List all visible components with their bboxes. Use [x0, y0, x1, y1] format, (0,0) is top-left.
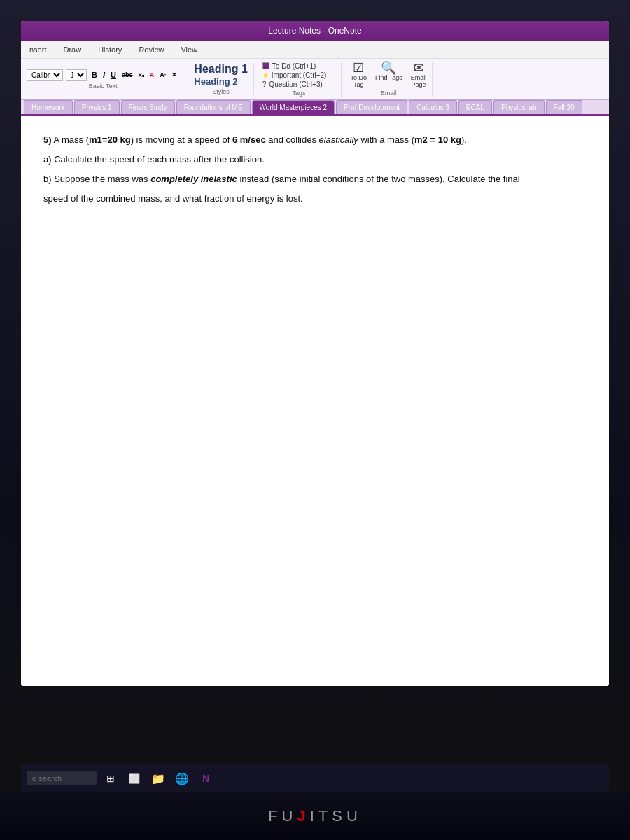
- tab-prof-development[interactable]: Prof Development: [336, 100, 407, 114]
- highlight-button[interactable]: A·: [158, 71, 168, 79]
- menu-review[interactable]: Review: [136, 44, 167, 55]
- file-explorer-icon[interactable]: 📁: [148, 769, 168, 788]
- basic-text-group: Calibri 11 B I U abc X₂ A A· ✕ Basic Tex…: [27, 69, 186, 90]
- tag-text: Tag: [354, 81, 364, 88]
- heading1-style[interactable]: Heading 1: [194, 63, 247, 76]
- styles-box: Heading 1 Heading 2: [194, 63, 247, 87]
- title-text: Lecture Notes - OneNote: [268, 26, 361, 36]
- inelastic-bold: completely inelastic: [150, 174, 237, 184]
- format-buttons: B I U abc X₂ A A· ✕: [90, 70, 179, 80]
- problem-text: 5) A mass (m1=20 kg) is moving at a spee…: [43, 132, 587, 206]
- clear-format-button[interactable]: ✕: [169, 71, 179, 79]
- basic-text-top: Calibri 11 B I U abc X₂ A A· ✕: [27, 69, 179, 81]
- onenote-taskbar-icon[interactable]: N: [196, 769, 216, 788]
- email-label[interactable]: Email: [411, 74, 427, 81]
- problem-line3: b) Suppose the mass was completely inela…: [43, 172, 587, 187]
- inelastic-word: completely inelastic: [150, 174, 237, 184]
- tab-physics1[interactable]: Physics 1: [74, 100, 120, 114]
- windows-icon[interactable]: ⊞: [101, 769, 120, 788]
- important-tag[interactable]: ★ Important (Ctrl+2): [262, 71, 327, 79]
- tags-group: ✓ To Do (Ctrl+1) ★ Important (Ctrl+2) ? …: [262, 62, 342, 97]
- menu-view[interactable]: View: [178, 44, 200, 55]
- brand-area: FUJITSU: [0, 792, 630, 840]
- taskbar: ⊞ ⬜ 📁 🌐 N: [21, 764, 609, 792]
- problem-line2: a) Calculate the speed of each mass afte…: [43, 152, 587, 167]
- m1-label: m1=20 kg: [89, 134, 131, 145]
- m2-label: m2 = 10 kg: [414, 134, 461, 145]
- question-icon: ?: [262, 80, 267, 88]
- strikethrough-button[interactable]: abc: [120, 71, 135, 79]
- todo-tag[interactable]: ✓ To Do (Ctrl+1): [262, 62, 327, 70]
- important-star-icon: ★: [262, 71, 269, 79]
- todo-find-row: ☑ To Do Tag 🔍 Find Tags ✉ Email Page: [350, 62, 426, 88]
- tags-label: Tags: [293, 90, 306, 97]
- styles-group: Heading 1 Heading 2 Styles: [194, 63, 253, 95]
- todo-col: ☑ To Do Tag: [350, 62, 367, 88]
- styles-label: Styles: [212, 88, 230, 95]
- content-area: 5) A mass (m1=20 kg) is moving at a spee…: [21, 115, 609, 686]
- problem-line1: 5) A mass (m1=20 kg) is moving at a spee…: [43, 132, 587, 148]
- tab-homework[interactable]: Homework: [24, 100, 73, 114]
- underline-button[interactable]: U: [108, 70, 118, 80]
- question-tag[interactable]: ? Question (Ctrl+3): [262, 80, 327, 88]
- search-input[interactable]: [27, 771, 97, 785]
- brand-accent: J: [297, 807, 309, 825]
- important-label: Important (Ctrl+2): [272, 71, 327, 79]
- tab-fall20[interactable]: Fall 20: [546, 100, 582, 114]
- speed-value: 6 m/sec: [232, 134, 266, 145]
- action-group: ☑ To Do Tag 🔍 Find Tags ✉ Email Page Ema…: [350, 62, 433, 97]
- tab-world-masterpieces[interactable]: World Masterpieces 2: [252, 100, 335, 114]
- browser-icon[interactable]: 🌐: [172, 769, 192, 788]
- screen: Lecture Notes - OneNote nsert Draw Histo…: [21, 21, 609, 686]
- font-color-button[interactable]: A: [148, 71, 157, 79]
- tab-physics-lab[interactable]: Physics lab: [493, 100, 545, 114]
- subscript-button[interactable]: X₂: [136, 71, 146, 79]
- problem-line4: speed of the combined mass, and what fra…: [43, 191, 587, 206]
- todo-text: To Do: [350, 74, 367, 81]
- font-size-select[interactable]: 11: [66, 69, 87, 81]
- italic-button[interactable]: I: [101, 70, 107, 80]
- notebook-tabs: Homework Physics 1 Finals Study Foundati…: [21, 100, 609, 115]
- find-icon: 🔍: [381, 62, 396, 74]
- bold-button[interactable]: B: [90, 70, 99, 80]
- email-col: ✉ Email Page: [411, 62, 427, 88]
- menu-draw[interactable]: Draw: [60, 44, 84, 55]
- question-label: Question (Ctrl+3): [269, 80, 322, 88]
- brand-text: FUJITSU: [268, 807, 362, 825]
- basic-text-label: Basic Text: [89, 83, 118, 90]
- find-col: 🔍 Find Tags: [375, 62, 402, 88]
- ribbon: Calibri 11 B I U abc X₂ A A· ✕ Basic Tex…: [21, 59, 609, 100]
- elastically-word: elastically: [319, 134, 358, 145]
- heading2-style[interactable]: Heading 2: [194, 77, 247, 87]
- email-icon: ✉: [414, 62, 424, 74]
- todo-checkbox: ✓: [262, 62, 270, 69]
- todo-label: To Do (Ctrl+1): [272, 62, 316, 70]
- problem-number: 5): [43, 134, 52, 145]
- todo-big-icon: ☑: [353, 62, 364, 74]
- tab-ecal[interactable]: ECAL: [458, 100, 492, 114]
- page-label: Page: [412, 81, 426, 88]
- task-view-icon[interactable]: ⬜: [125, 769, 144, 788]
- menu-insert[interactable]: nsert: [27, 44, 49, 55]
- email-section-label: Email: [381, 90, 397, 97]
- find-label[interactable]: Find Tags: [375, 74, 402, 81]
- tags-list: ✓ To Do (Ctrl+1) ★ Important (Ctrl+2) ? …: [262, 62, 333, 88]
- tab-foundations-me[interactable]: Foundations of ME: [176, 100, 251, 114]
- tab-calculus3[interactable]: Calculus 3: [409, 100, 457, 114]
- tab-finals-study[interactable]: Finals Study: [121, 100, 175, 114]
- menu-bar: nsert Draw History Review View: [21, 41, 609, 59]
- title-bar: Lecture Notes - OneNote: [21, 21, 609, 41]
- font-family-select[interactable]: Calibri: [27, 69, 63, 81]
- menu-history[interactable]: History: [95, 44, 125, 55]
